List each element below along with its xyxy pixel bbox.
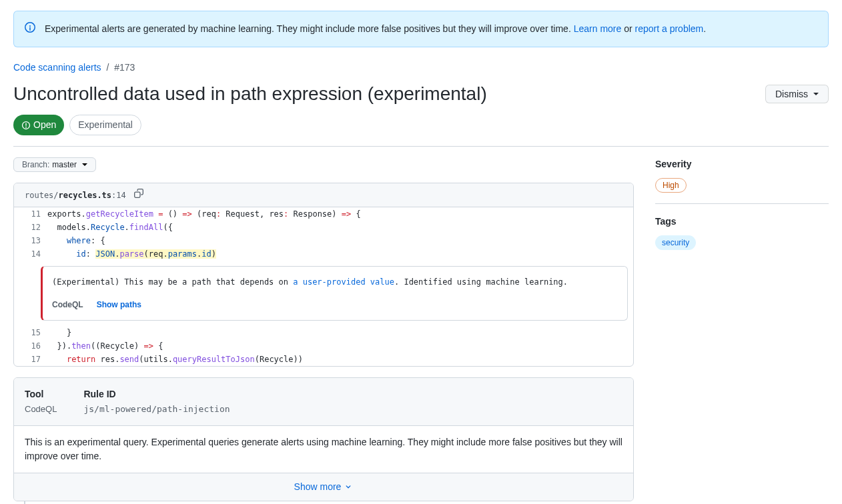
tool-label: Tool — [25, 387, 57, 401]
alert-value-link[interactable]: a user-provided value — [293, 277, 394, 287]
alert-message: (Experimental) This may be a path that d… — [52, 276, 618, 288]
breadcrumb-separator: / — [106, 62, 109, 73]
severity-section: Severity High — [655, 157, 829, 204]
alert-tool-label: CodeQL — [52, 299, 83, 311]
caret-down-icon — [813, 93, 819, 95]
tool-value: CodeQL — [25, 403, 57, 416]
tags-section: Tags security — [655, 215, 829, 261]
rule-description: This is an experimental query. Experimen… — [14, 426, 633, 473]
chevron-down-icon — [344, 482, 353, 491]
code-line: 11exports.getRecycleItem = () => (req: R… — [14, 207, 633, 221]
banner-text: Experimental alerts are generated by mac… — [45, 22, 706, 36]
status-row: Open Experimental — [13, 115, 829, 147]
code-line: 12 models.Recycle.findAll({ — [14, 221, 633, 234]
rule-info-box: Tool CodeQL Rule ID js/ml-powered/path-i… — [13, 377, 634, 501]
severity-badge: High — [655, 178, 687, 193]
dismiss-button[interactable]: Dismiss — [765, 85, 829, 103]
banner-text-prefix: Experimental alerts are generated by mac… — [45, 23, 574, 34]
alert-icon — [21, 121, 31, 130]
caret-down-icon — [82, 163, 87, 166]
show-more-link[interactable]: Show more — [294, 480, 354, 494]
branch-selector[interactable]: Branch: master — [13, 157, 96, 172]
code-snippet-box: routes/recycles.ts:14 11exports.getRecyc… — [13, 183, 634, 367]
code-line: 14 id: JSON.parse(req.params.id) — [14, 247, 633, 261]
breadcrumb-current: #173 — [114, 62, 135, 73]
code-line: 15 } — [14, 326, 633, 339]
code-line: 13 where: { — [14, 234, 633, 247]
breadcrumb-parent-link[interactable]: Code scanning alerts — [13, 62, 101, 73]
code-file-header: routes/recycles.ts:14 — [14, 183, 633, 207]
code-line: 17 return res.send(utils.queryResultToJs… — [14, 353, 633, 366]
info-icon — [25, 22, 35, 33]
status-open-badge: Open — [13, 115, 64, 135]
code-line: 16 }).then((Recycle) => { — [14, 339, 633, 353]
copy-icon[interactable] — [134, 189, 143, 201]
breadcrumb: Code scanning alerts / #173 — [13, 61, 829, 75]
rule-id-label: Rule ID — [83, 387, 230, 401]
file-path[interactable]: routes/recycles.ts:14 — [25, 189, 126, 201]
tags-heading: Tags — [655, 215, 829, 229]
experimental-label: Experimental — [69, 115, 141, 135]
page-title: Uncontrolled data used in path expressio… — [13, 80, 487, 108]
banner-learn-more-link[interactable]: Learn more — [574, 23, 622, 34]
severity-heading: Severity — [655, 157, 829, 171]
experimental-banner: Experimental alerts are generated by mac… — [13, 11, 829, 47]
rule-id-value: js/ml-powered/path-injection — [83, 403, 230, 416]
timeline-connector — [24, 501, 25, 505]
show-paths-link[interactable]: Show paths — [97, 299, 141, 311]
inline-alert: (Experimental) This may be a path that d… — [41, 266, 628, 321]
banner-report-link[interactable]: report a problem — [635, 23, 704, 34]
tag-security[interactable]: security — [655, 235, 696, 250]
